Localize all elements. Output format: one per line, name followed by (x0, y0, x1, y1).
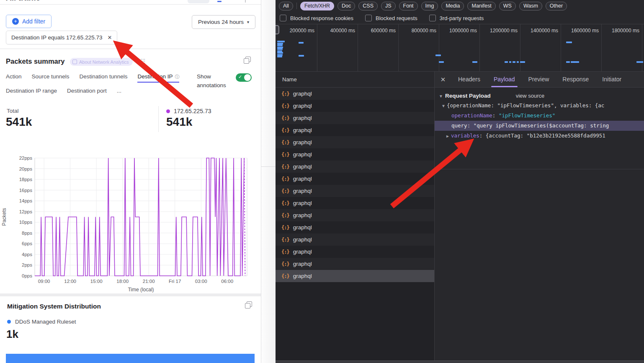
json-file-icon: {:} (281, 152, 289, 158)
request-timing-bar (277, 44, 283, 46)
request-row[interactable]: {:}graphql (276, 197, 434, 209)
filter-pill-fetch-xhr[interactable]: Fetch/XHR (300, 2, 334, 10)
detail-tab-initiator[interactable]: Initiator (595, 72, 628, 87)
mitigation-value: 1k (6, 328, 18, 341)
request-name: graphql (293, 139, 312, 145)
filter-pill-js[interactable]: JS (381, 2, 396, 10)
request-row[interactable]: {:}graphql (276, 112, 434, 124)
request-payload-title[interactable]: ▼Request Payload (439, 93, 491, 99)
packets-timeseries-chart[interactable]: 0pps2pps4pps6pps8pps10pps12pps14pps16pps… (0, 153, 260, 293)
add-filter-button[interactable]: + Add filter (6, 15, 52, 28)
filter-chip[interactable]: Destination IP equals 172.65.225.73 ✕ (6, 31, 117, 44)
checkbox-3rd-party-requests[interactable]: 3rd-party requests (429, 15, 484, 21)
request-row[interactable]: {:}graphql (276, 136, 434, 148)
request-row[interactable]: {:}graphql (276, 209, 434, 221)
json-file-icon: {:} (281, 115, 289, 121)
checkbox-icon[interactable] (365, 15, 372, 21)
tab-destination-tunnels[interactable]: Destination tunnels (80, 73, 128, 83)
request-row[interactable]: {:}graphql (276, 246, 434, 258)
checkbox-blocked-requests[interactable]: Blocked requests (365, 15, 417, 21)
view-source-link[interactable]: view source (516, 93, 545, 99)
svg-text:03:00: 03:00 (195, 279, 207, 284)
request-row[interactable]: {:}graphql (276, 148, 434, 161)
json-file-icon: {:} (281, 103, 289, 109)
json-file-icon: {:} (281, 200, 289, 206)
request-name: graphql (293, 249, 312, 255)
info-icon[interactable]: ⓘ (175, 74, 179, 79)
mitigation-bar[interactable] (6, 354, 255, 363)
analytics-panel: All traffic + Add filter Destination IP … (0, 0, 261, 363)
about-network-analytics-badge[interactable]: About Network Analytics (70, 58, 133, 66)
request-row[interactable]: {:}graphql (276, 161, 434, 173)
request-row[interactable]: {:}graphql (276, 124, 434, 136)
request-row[interactable]: {:}graphql (276, 270, 434, 282)
json-file-icon: {:} (281, 176, 289, 182)
clipped-tick-fragment (245, 0, 246, 3)
triangle-down-icon[interactable]: ▼ (442, 104, 445, 108)
svg-text:Fri 17: Fri 17 (169, 279, 181, 284)
close-icon[interactable]: ✕ (435, 76, 451, 83)
filter-pill-all[interactable]: All (279, 2, 293, 10)
request-timing-bar (509, 61, 511, 63)
request-row[interactable]: {:}graphql (276, 100, 434, 112)
request-timing-bar (277, 52, 283, 54)
filter-pill-font[interactable]: Font (399, 2, 418, 10)
tab-action[interactable]: Action (6, 73, 22, 83)
filter-pill-manifest[interactable]: Manifest (467, 2, 495, 10)
request-name: graphql (293, 163, 312, 170)
detail-tab-headers[interactable]: Headers (451, 72, 487, 87)
payload-row[interactable]: ▼{operationName: "ipFlowTimeseries", var… (435, 101, 644, 111)
legend-dot-icon (7, 320, 11, 324)
devtools-network-panel: AllFetch/XHRDocCSSJSFontImgMediaManifest… (276, 0, 644, 363)
filter-pill-doc[interactable]: Doc (337, 2, 355, 10)
request-timing-bar (566, 41, 572, 43)
name-column-header[interactable]: Name (276, 72, 434, 88)
payload-row[interactable]: query: "query ipFlowTimeseries($accountT… (435, 121, 644, 131)
time-range-dropdown[interactable]: Previous 24 hours ▾ (192, 15, 255, 29)
tab-destination-ip-range[interactable]: Destination IP range (6, 88, 57, 97)
tab-destination-ip[interactable]: Destination IPⓘ (137, 73, 179, 83)
checkbox-blocked-response-cookies[interactable]: Blocked response cookies (280, 15, 353, 21)
filter-pill-ws[interactable]: WS (499, 2, 516, 10)
network-overview-timeline[interactable]: 200000 ms400000 ms600000 ms800000 ms1000… (276, 24, 644, 71)
svg-text:16pps: 16pps (19, 188, 33, 193)
request-rows: {:}graphql{:}graphql{:}graphql{:}graphql… (276, 88, 434, 282)
checkbox-icon[interactable] (429, 15, 436, 21)
page-gutter (261, 0, 276, 363)
detail-tab-payload[interactable]: Payload (487, 72, 522, 87)
checkbox-icon[interactable] (280, 15, 286, 21)
json-file-icon: {:} (281, 273, 289, 279)
tab--[interactable]: ... (117, 88, 121, 97)
request-row[interactable]: {:}graphql (276, 258, 434, 270)
triangle-right-icon[interactable]: ▶ (446, 134, 449, 138)
screenshot-root: All traffic + Add filter Destination IP … (0, 0, 644, 363)
tab-source-tunnels[interactable]: Source tunnels (32, 73, 70, 83)
request-name: graphql (293, 115, 312, 121)
svg-text:Packets: Packets (1, 208, 7, 226)
request-row[interactable]: {:}graphql (276, 88, 434, 100)
request-row[interactable]: {:}graphql (276, 221, 434, 233)
filter-pill-other[interactable]: Other (546, 2, 567, 10)
request-name: graphql (293, 103, 312, 109)
remove-filter-icon[interactable]: ✕ (107, 34, 112, 41)
request-row[interactable]: {:}graphql (276, 173, 434, 185)
request-name: graphql (293, 212, 312, 218)
payload-row[interactable]: ▶variables: {accountTag: "b12e3b2192ee55… (435, 131, 644, 141)
timeline-tick-label: 2 (642, 28, 644, 34)
request-row[interactable]: {:}graphql (276, 233, 434, 246)
tab-destination-port[interactable]: Destination port (67, 88, 107, 97)
filter-pill-media[interactable]: Media (441, 2, 464, 10)
svg-text:18pps: 18pps (19, 177, 33, 182)
filter-pill-img[interactable]: Img (421, 2, 438, 10)
request-row[interactable]: {:}graphql (276, 185, 434, 197)
json-file-icon: {:} (281, 261, 289, 267)
filter-pill-wasm[interactable]: Wasm (519, 2, 542, 10)
request-timing-bar (566, 61, 570, 63)
packets-summary-title: Packets summary (6, 57, 64, 65)
payload-row[interactable]: operationName: "ipFlowTimeseries" (435, 111, 644, 121)
filter-pill-css[interactable]: CSS (358, 2, 378, 10)
filter-chip-label: Destination IP equals 172.65.225.73 (11, 34, 102, 41)
detail-tab-response[interactable]: Response (556, 72, 595, 87)
show-annotations-toggle[interactable]: ✓ (236, 73, 252, 82)
detail-tab-preview[interactable]: Preview (522, 72, 556, 87)
